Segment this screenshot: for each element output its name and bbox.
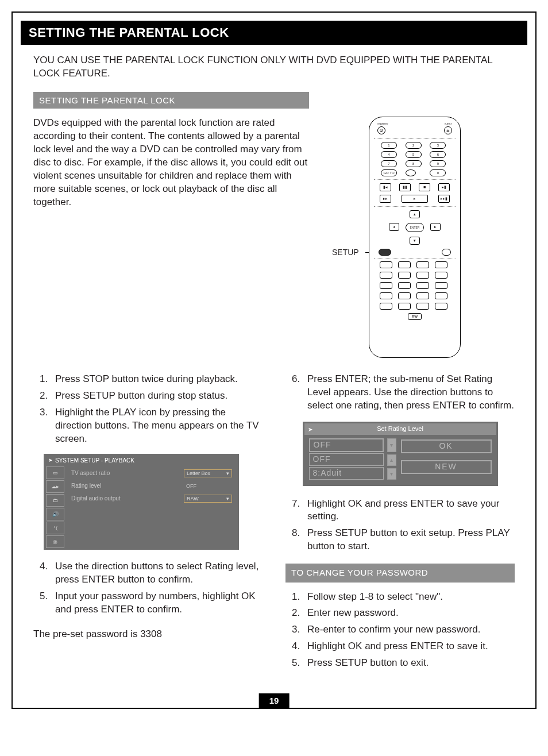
subheading-1: SETTING THE PARENTAL LOCK <box>33 92 309 109</box>
osd-title: SYSTEM SETUP - PLAYBACK <box>55 457 134 465</box>
fn-10 <box>398 282 411 289</box>
fn-15 <box>416 292 429 299</box>
rating-option-3: 8:Aduit <box>309 467 384 480</box>
skip-button: ▸▸▮ <box>438 195 450 203</box>
osd-icon-disc: ◎ <box>46 535 64 548</box>
fn-12 <box>435 282 447 289</box>
intro-text: YOU CAN USE THE PARENTAL LOCK FUNCTION O… <box>33 54 515 80</box>
pause-button: ▮▮ <box>399 183 411 191</box>
rating-title: Set Rating Level <box>377 425 423 432</box>
step-4: Use the direction buttons to select Rati… <box>51 560 263 587</box>
play-button: ▸ <box>402 195 428 203</box>
osd-row3-value: RAW▾ <box>184 495 232 503</box>
num-8: 8 <box>406 160 422 167</box>
fn-2 <box>398 261 411 268</box>
step-7: Highlight OK and press ENTER to save you… <box>303 497 515 524</box>
down-arrow: ▾ <box>410 237 420 245</box>
pw-step-3: Re-enter to confirm your new password. <box>303 623 515 637</box>
osd-icon-mic: ᕀ⦅ <box>46 522 64 534</box>
standby-button: ⏻ <box>377 126 385 134</box>
rating-option-2: OFF <box>309 453 384 466</box>
pw-step-2: Enter new password. <box>303 607 515 620</box>
num-2: 2 <box>406 142 422 149</box>
left-arrow: ◂ <box>389 223 399 231</box>
osd-icon-cloud: ☁▸ <box>46 480 64 493</box>
osd-icon-audio: 🔊 <box>46 508 64 520</box>
osd-icon-folder: 🗀 <box>46 494 64 507</box>
num-9: 9 <box>430 160 446 167</box>
aux-button <box>442 249 451 256</box>
step-6: Press ENTER; the sub-menu of Set Rating … <box>303 373 515 412</box>
fn-19 <box>416 303 429 310</box>
pw-step-1: Follow step 1-8 to select "new". <box>303 591 515 604</box>
setup-label: SETUP <box>332 248 359 257</box>
prev-button: ▮◂ <box>380 183 391 191</box>
page-number: 19 <box>259 693 290 709</box>
fn-7 <box>416 272 429 279</box>
fn-20 <box>435 303 447 310</box>
stop-button: ■ <box>419 183 430 191</box>
remote-diagram: SETUP STANDBY EJECT ⏻ ⏏ 1 2 3 <box>315 117 515 358</box>
setup-button <box>379 249 391 256</box>
num-4: 4 <box>381 151 397 158</box>
num-6: 6 <box>430 151 446 158</box>
fn-4 <box>435 261 447 268</box>
page-title: SETTING THE PARENTAL LOCK <box>21 21 527 45</box>
standby-label: STANDBY <box>377 123 388 126</box>
menu-button <box>406 169 416 176</box>
osd-row2-value: OFF <box>184 483 199 489</box>
step-5: Input your password by numbers, highligh… <box>51 590 263 616</box>
fn-13 <box>380 292 392 299</box>
fn-9 <box>380 282 392 289</box>
fn-6 <box>398 272 411 279</box>
pw-step-5: Press SETUP button to exit. <box>303 657 515 670</box>
cursor-icon: ➤ <box>308 426 312 434</box>
up-arrow: ▴ <box>410 210 420 218</box>
fn-11 <box>416 282 429 289</box>
osd-row1-value: Letter Box▾ <box>184 469 232 477</box>
fn-5 <box>380 272 392 279</box>
remote-outline: STANDBY EJECT ⏻ ⏏ 1 2 3 4 5 6 <box>369 117 461 358</box>
num-7: 7 <box>381 160 397 167</box>
rating-new-button: NEW <box>401 460 492 474</box>
eject-label: EJECT <box>445 123 452 126</box>
rating-down-icon: ▾ <box>387 438 396 452</box>
step-2: Press SETUP button during stop status. <box>51 389 263 403</box>
ffwd-button: ▸▸ <box>380 195 391 203</box>
rating-ok-button: OK <box>401 439 492 453</box>
subheading-2: TO CHANGE YOUR PASSWORD <box>285 564 515 582</box>
preset-password-note: The pre-set password is 3308 <box>33 628 263 641</box>
fn-3 <box>416 261 429 268</box>
osd-playback-menu: ➤SYSTEM SETUP - PLAYBACK ▭ ☁▸ 🗀 🔊 ᕀ⦅ ◎ <box>44 454 239 550</box>
set-rating-level-menu: ➤Set Rating Level OFF OFF 8:Aduit ▾ ▴ ▾ <box>303 422 498 486</box>
step-1: Press STOP button twice during playback. <box>51 373 263 386</box>
rating-option-1: OFF <box>309 438 384 452</box>
num-0: 0 <box>430 169 446 176</box>
enter-button: ENTER <box>406 223 424 232</box>
osd-row3-label: Digital audio output <box>68 495 184 503</box>
step-8: Press SETUP button to exit setup. Press … <box>303 527 515 553</box>
fn-17 <box>380 303 392 310</box>
cursor-icon: ➤ <box>48 457 53 464</box>
fn-8 <box>435 272 447 279</box>
description-text: DVDs equipped with the parental lock fun… <box>33 117 315 209</box>
fn-18 <box>398 303 411 310</box>
fn-16 <box>435 292 447 299</box>
osd-row1-label: TV aspect ratio <box>68 469 184 477</box>
num-3: 3 <box>430 142 446 149</box>
right-arrow: ▸ <box>430 223 441 231</box>
rw-badge: RW <box>408 313 422 320</box>
fn-1 <box>380 261 392 268</box>
osd-row2-label: Rating level <box>68 482 184 490</box>
step-3: Highlight the PLAY icon by pressing the … <box>51 406 263 446</box>
fn-14 <box>398 292 411 299</box>
next-button: ▸▮ <box>438 183 450 191</box>
osd-icon-display: ▭ <box>46 466 64 479</box>
goto-button: GO TO <box>381 169 397 176</box>
eject-button: ⏏ <box>444 126 452 134</box>
rating-down2-icon: ▾ <box>387 468 396 480</box>
num-1: 1 <box>381 142 397 149</box>
rating-up-icon: ▴ <box>387 454 396 466</box>
pw-step-4: Highlight OK and press ENTER to save it. <box>303 640 515 653</box>
num-5: 5 <box>406 151 422 158</box>
